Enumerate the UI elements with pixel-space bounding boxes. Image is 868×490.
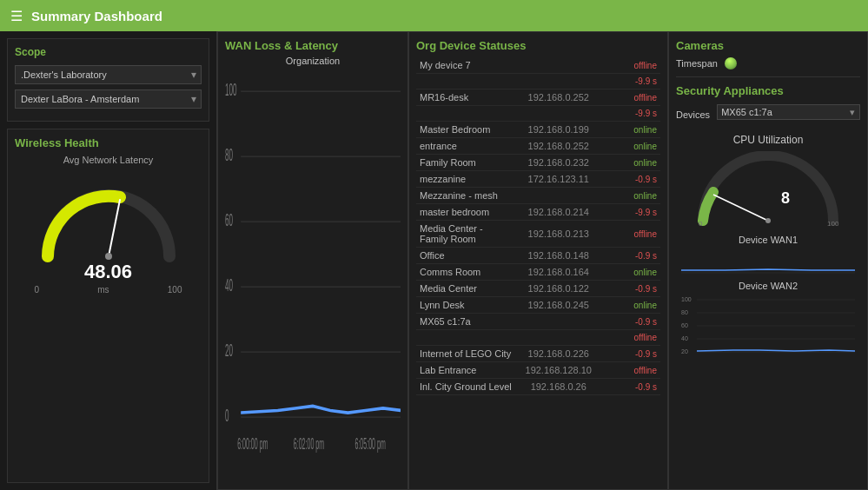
device-status: offline [605,366,657,375]
svg-text:40: 40 [225,275,233,295]
device-name: Office [420,250,513,261]
device-name: Comms Room [420,267,513,277]
wan-chart: 100 80 60 40 20 0 6:00:00 pm 6:02:00 pm … [225,70,401,482]
list-item[interactable]: Lab Entrance 192.168.128.10 offline [416,362,660,379]
device-status: -0.9 s [605,175,657,184]
list-item[interactable]: Media Center - Family Room 192.168.0.213… [416,221,660,248]
device-name: MR16-desk [420,92,513,103]
menu-icon[interactable]: ☰ [10,8,23,24]
svg-text:60: 60 [225,210,233,229]
org-panel: Org Device Statuses My device 7 offline … [408,31,668,490]
list-item[interactable]: Internet of LEGO City 192.168.0.226 -0.9… [416,346,660,362]
device-ip: 192.168.0.199 [513,124,606,135]
svg-text:8: 8 [781,189,790,207]
devices-label: Devices [676,109,710,120]
device-name: Media Center - Family Room [420,223,513,244]
device-name: Internet of LEGO City [420,348,513,359]
device-ip: 172.16.123.11 [513,174,606,184]
list-item[interactable]: mezzanine 172.16.123.11 -0.9 s [416,171,660,188]
svg-text:100: 100 [827,220,839,228]
list-item[interactable]: Master Bedroom 192.168.0.199 online [416,122,660,138]
svg-text:0: 0 [225,406,229,425]
device-name: Master Bedroom [420,124,513,135]
wan1-chart [676,248,860,275]
wan-panel: WAN Loss & Latency Organization 100 80 6… [217,31,408,490]
svg-line-0 [109,200,120,256]
main-content: Scope .Dexter's Laboratory ▾ Dexter LaBo… [0,31,868,490]
network-dropdown[interactable]: Dexter LaBora - Amsterdam [15,89,202,109]
list-item[interactable]: offline [416,330,660,346]
svg-text:6:05:00 pm: 6:05:00 pm [354,436,385,454]
list-item[interactable]: MR16-desk 192.168.0.252 offline [416,89,660,106]
device-status: online [605,158,657,168]
list-item[interactable]: My device 7 offline [416,57,660,74]
device-ip: 192.168.0.164 [513,267,606,277]
security-device-dropdown-wrap[interactable]: MX65 c1:7a ▾ [717,104,860,120]
device-status: online [605,191,657,201]
svg-text:6:00:00 pm: 6:00:00 pm [237,436,268,454]
svg-point-18 [765,218,771,223]
device-status: offline [605,93,657,103]
cameras-section: Cameras Timespan [676,39,860,70]
gauge-metric-label: Avg Network Latency [15,155,202,165]
device-name: Lynn Desk [420,300,513,310]
device-name: mezzanine [420,174,513,184]
list-item[interactable]: Inl. City Ground Level 192.168.0.26 -0.9… [416,379,660,395]
svg-line-17 [713,195,768,221]
cameras-title: Cameras [676,39,860,52]
device-name: Mezzanine - mesh [420,190,513,201]
svg-text:80: 80 [681,309,688,315]
list-item[interactable]: Media Center 192.168.0.122 -0.9 s [416,281,660,297]
scope-section: Scope .Dexter's Laboratory ▾ Dexter LaBo… [7,38,209,122]
cpu-title: CPU Utilization [676,134,860,146]
device-status: -0.9 s [605,317,657,327]
network-dropdown-wrap[interactable]: Dexter LaBora - Amsterdam ▾ [15,89,202,109]
list-item[interactable]: Comms Room 192.168.0.164 online [416,264,660,281]
wan2-label: Device WAN2 [676,281,860,291]
list-item[interactable]: -9.9 s [416,74,660,89]
cpu-gauge-svg: 8 0 100 [690,151,846,229]
device-status: online [605,142,657,151]
svg-text:80: 80 [225,145,233,164]
list-item[interactable]: MX65 c1:7a -0.9 s [416,314,660,330]
cameras-timespan: Timespan [676,57,860,70]
device-status: online [605,125,657,135]
svg-point-1 [105,253,112,260]
list-item[interactable]: Family Room 192.168.0.232 online [416,155,660,171]
device-name: Lab Entrance [420,365,513,375]
device-ip: 192.168.128.10 [513,365,606,375]
device-list[interactable]: My device 7 offline -9.9 s MR16-desk 192… [416,57,660,482]
security-section: Security Appliances Devices MX65 c1:7a ▾… [676,76,860,367]
device-status: -0.9 s [605,251,657,261]
device-ip: 192.168.0.245 [513,300,606,310]
page-title: Summary Dashboard [31,9,162,23]
gauge-value: 48.06 [84,261,132,283]
device-name: Media Center [420,283,513,294]
device-name: master bedroom [420,207,513,217]
cpu-gauge-container: 8 0 100 [676,151,860,229]
org-title: Org Device Statuses [416,39,660,52]
scope-title: Scope [15,46,202,58]
list-item[interactable]: entrance 192.168.0.252 online [416,138,660,155]
gauge-svg [30,174,187,269]
gauge-container: 48.06 0 ms 100 [15,174,202,295]
list-item[interactable]: Office 192.168.0.148 -0.9 s [416,248,660,264]
topbar: ☰ Summary Dashboard [0,0,868,31]
org-dropdown-wrap[interactable]: .Dexter's Laboratory ▾ [15,65,202,84]
list-item[interactable]: Mezzanine - mesh online [416,188,660,204]
list-item[interactable]: -9.9 s [416,106,660,122]
device-status: -9.9 s [605,208,657,217]
device-ip: 192.168.0.252 [513,141,606,151]
device-ip: 192.168.0.148 [513,250,606,261]
device-status: offline [605,333,657,342]
org-dropdown[interactable]: .Dexter's Laboratory [15,65,202,84]
device-name: entrance [420,141,513,151]
wan-title: WAN Loss & Latency [225,39,401,52]
list-item[interactable]: master bedroom 192.168.0.214 -9.9 s [416,204,660,221]
svg-text:0: 0 [699,220,703,228]
gauge-max: 100 [168,285,182,295]
security-device-dropdown[interactable]: MX65 c1:7a [717,104,860,120]
device-ip: 192.168.0.226 [513,348,606,359]
device-status: -0.9 s [605,349,657,359]
list-item[interactable]: Lynn Desk 192.168.0.245 online [416,297,660,314]
